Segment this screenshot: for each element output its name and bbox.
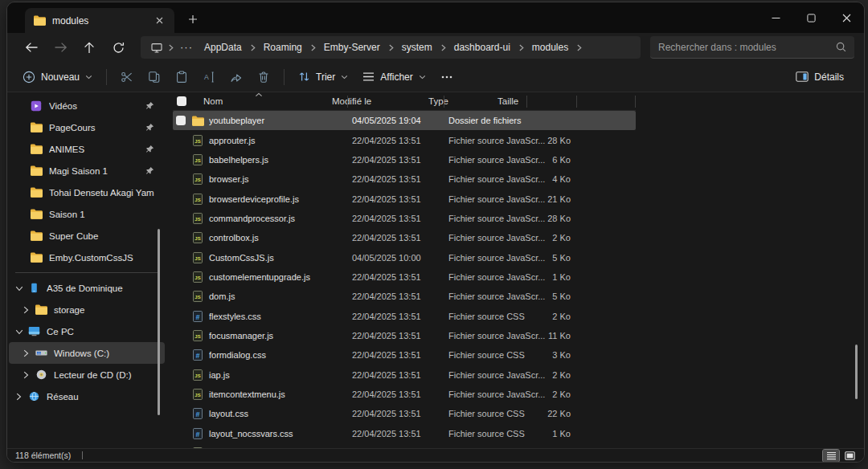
file-modified: 22/04/2025 13:51 [352,429,448,438]
chevron-right-icon[interactable] [23,349,35,357]
chevron-right-icon[interactable] [15,393,27,401]
more-options-button[interactable] [433,65,461,89]
file-list-scrollbar[interactable] [855,345,858,399]
share-button[interactable] [223,65,250,89]
maximize-button[interactable] [793,2,829,33]
breadcrumb-item[interactable]: Emby-Server [317,39,387,55]
file-row[interactable]: # layout_nocssvars.css 22/04/2025 13:51 … [173,424,636,443]
cut-button[interactable] [113,65,141,89]
paste-button[interactable] [168,65,195,89]
column-header-name[interactable]: Nom [203,96,332,106]
file-modified: 22/04/2025 13:51 [352,331,448,341]
search-icon[interactable] [836,42,846,52]
tab-modules[interactable]: modules [25,8,174,33]
forward-button[interactable] [46,35,75,59]
file-row[interactable]: JS approuter.js 22/04/2025 13:51 Fichier… [173,130,636,149]
search-input[interactable] [658,42,836,53]
minimize-button[interactable] [758,2,793,33]
file-row[interactable]: JS itemcontextmenu.js 22/04/2025 13:51 F… [173,385,636,404]
sidebar-item[interactable]: Emby.CustomCssJS [9,247,165,268]
chevron-right-icon[interactable] [575,44,583,51]
breadcrumb-item[interactable]: modules [526,39,575,55]
row-checkbox[interactable] [176,116,186,125]
breadcrumb-item[interactable]: dashboard-ui [448,39,517,55]
view-button[interactable]: Afficher [355,67,432,88]
file-row[interactable]: JS focusmanager.js 22/04/2025 13:51 Fich… [173,326,636,345]
file-row[interactable]: # formdialog.css 22/04/2025 13:51 Fichie… [173,345,636,365]
file-row[interactable]: youtubeplayer 04/05/2025 19:04 Dossier d… [173,111,636,130]
chevron-right-icon[interactable] [387,44,395,51]
file-row[interactable]: JS layoutmanager.js 22/04/2025 13:51 Fic… [173,443,636,448]
file-row[interactable]: # flexstyles.css 22/04/2025 13:51 Fichie… [173,306,636,325]
file-row[interactable]: JS iap.js 22/04/2025 13:51 Fichier sourc… [173,365,636,384]
chevron-right-icon[interactable] [309,44,317,51]
chevron-down-icon[interactable] [15,328,27,335]
column-separator[interactable] [635,96,636,108]
file-name: approuter.js [209,136,352,145]
file-row[interactable]: JS browserdeviceprofile.js 22/04/2025 13… [173,189,636,208]
select-all-checkbox[interactable] [177,96,186,106]
sidebar-tree-item[interactable]: storage [9,299,165,320]
column-header-size[interactable]: Taille [497,96,542,106]
breadcrumb-item[interactable]: Roaming [257,39,309,55]
column-separator[interactable] [576,96,577,108]
breadcrumb-item[interactable]: system [395,39,439,55]
search-box[interactable] [650,36,854,59]
file-row[interactable]: JS browser.js 22/04/2025 13:51 Fichier s… [173,169,636,189]
file-row[interactable]: JS controlbox.js 22/04/2025 13:51 Fichie… [173,228,636,247]
sidebar-tree-item[interactable]: Réseau [9,385,165,407]
details-pane-button[interactable]: Détails [788,67,851,88]
breadcrumb[interactable]: ··· AppDataRoamingEmby-Serversystemdashb… [141,36,641,59]
rename-button[interactable]: A [195,65,223,89]
breadcrumb-overflow[interactable]: ··· [175,43,198,51]
new-tab-button[interactable] [182,9,203,30]
sidebar-item[interactable]: PageCours [9,116,165,138]
file-row[interactable]: JS customelementupgrade.js 22/04/2025 13… [173,267,636,287]
sidebar-item[interactable]: Magi Saison 1 [9,160,165,181]
column-separator[interactable] [444,96,444,108]
svg-text:JS: JS [194,158,200,163]
chevron-right-icon[interactable] [439,44,448,51]
sidebar-tree-item[interactable]: Windows (C:) [9,342,165,364]
copy-button[interactable] [141,65,168,89]
file-row[interactable]: # layout.css 22/04/2025 13:51 Fichier so… [173,404,636,423]
sidebar-tree-item[interactable]: Ce PC [9,320,165,342]
icons-view-toggle[interactable] [841,450,858,462]
sidebar-tree-item[interactable]: Lecteur de CD (D:) [9,364,165,385]
file-type: Fichier source CSS [448,312,518,321]
chevron-right-icon[interactable] [248,44,257,51]
status-separator [82,451,83,459]
sidebar-item[interactable]: Super Cube [9,225,165,247]
new-button[interactable]: Nouveau [15,66,100,88]
file-row[interactable]: JS dom.js 22/04/2025 13:51 Fichier sourc… [173,287,636,306]
sidebar-item[interactable]: Tohai Densetu Akagi Yami ni M... [9,181,165,203]
sidebar-scrollbar[interactable] [158,229,160,415]
refresh-button[interactable] [104,35,133,59]
chevron-right-icon[interactable] [23,306,35,314]
file-row[interactable]: JS babelhelpers.js 22/04/2025 13:51 Fich… [173,150,636,169]
chevron-right-icon[interactable] [23,371,35,379]
file-row[interactable]: JS CustomCssJS.js 04/05/2025 10:00 Fichi… [173,247,636,267]
sort-button[interactable]: Trier [291,66,355,88]
breadcrumb-item[interactable]: AppData [198,39,248,55]
close-button[interactable] [829,2,864,33]
back-button[interactable] [17,35,46,59]
chevron-down-icon[interactable] [15,285,27,292]
column-separator[interactable] [347,96,348,108]
this-pc-icon[interactable] [147,43,166,53]
sidebar-tree-item[interactable]: A35 de Dominique [9,277,165,299]
up-button[interactable] [75,35,104,59]
column-header-modified[interactable]: Modifié le [332,96,428,106]
column-header-type[interactable]: Type [428,96,497,106]
chevron-right-icon[interactable] [166,44,175,51]
details-view-toggle[interactable] [823,450,839,462]
sidebar-item[interactable]: ANIMES [9,138,165,160]
chevron-right-icon[interactable] [517,44,526,51]
column-separator[interactable] [526,96,527,108]
file-name: layout_nocssvars.css [209,429,352,438]
delete-button[interactable] [250,65,277,89]
sidebar-item[interactable]: Vidéos [9,95,165,116]
tab-close-icon[interactable] [152,14,166,28]
sidebar-item[interactable]: Saison 1 [9,203,165,225]
file-row[interactable]: JS commandprocessor.js 22/04/2025 13:51 … [173,209,636,228]
